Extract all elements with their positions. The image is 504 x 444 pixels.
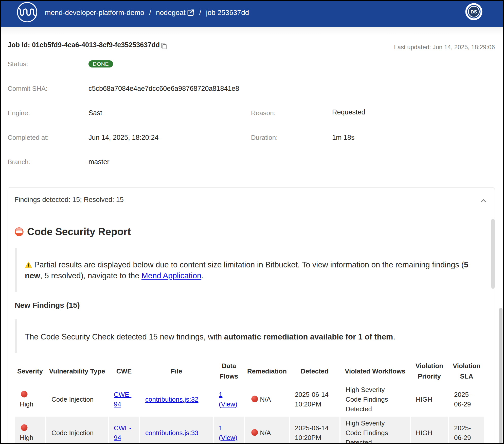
- svg-text:DS: DS: [471, 9, 477, 14]
